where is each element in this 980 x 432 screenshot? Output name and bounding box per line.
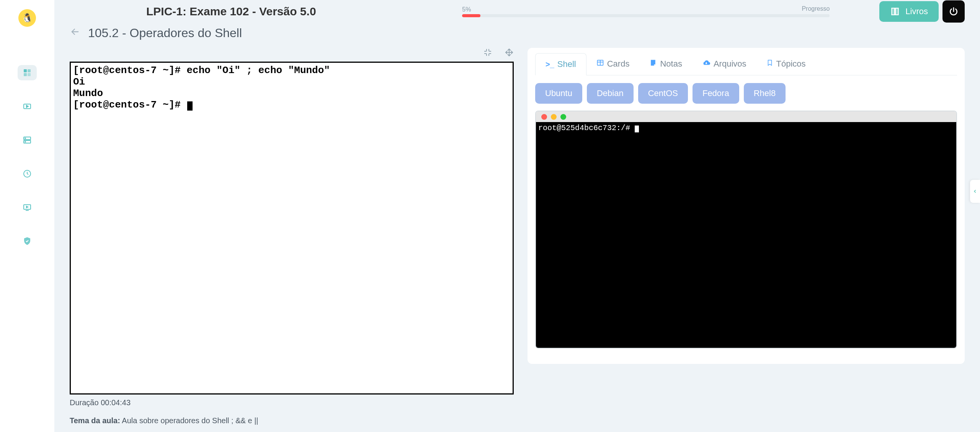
tab-topicos[interactable]: Tópicos (756, 53, 816, 75)
move-icon (505, 48, 514, 57)
terminal-icon: >_ (546, 60, 554, 69)
tab-label: Cards (607, 59, 630, 69)
logo[interactable]: 🐧 (18, 9, 36, 27)
note-icon (649, 59, 657, 68)
side-panel-column: >_ Shell Cards Notas (528, 48, 965, 425)
video-player[interactable]: [root@centos-7 ~]# echo "Oi" ; echo "Mun… (70, 62, 514, 395)
sidebar-nav (18, 65, 37, 249)
distro-row: Ubuntu Debian CentOS Fedora Rhel8 (535, 83, 957, 104)
minimize-dot-icon[interactable] (551, 114, 557, 120)
tab-notas[interactable]: Notas (639, 53, 692, 75)
terminal-body[interactable]: root@525d4bc6c732:/# (536, 122, 956, 348)
compress-icon (483, 48, 492, 57)
nav-certified[interactable] (18, 233, 37, 249)
tab-label: Notas (660, 59, 682, 69)
embedded-terminal: root@525d4bc6c732:/# (535, 111, 957, 349)
distro-rhel8-button[interactable]: Rhel8 (744, 83, 786, 104)
duration-value: 00:04:43 (101, 398, 131, 407)
distro-ubuntu-button[interactable]: Ubuntu (535, 83, 582, 104)
content-columns: [root@centos-7 ~]# echo "Oi" ; echo "Mun… (54, 48, 980, 425)
chevron-left-icon (972, 189, 978, 194)
sidebar: 🐧 (0, 0, 54, 432)
progress-fill (462, 14, 480, 17)
svg-point-9 (25, 142, 26, 142)
svg-rect-0 (24, 69, 27, 72)
nav-history[interactable] (18, 166, 37, 181)
duration: Duração 00:04:43 (70, 398, 514, 407)
power-button[interactable] (942, 0, 965, 23)
back-button[interactable] (70, 26, 80, 40)
svg-rect-3 (28, 73, 31, 76)
exit-fullscreen-button[interactable] (483, 48, 492, 59)
tab-label: Tópicos (776, 59, 806, 69)
tema-text: Aula sobre operadores do Shell ; && e || (122, 416, 258, 425)
topbar: LPIC-1: Exame 102 - Versão 5.0 5% Progre… (54, 0, 980, 23)
video-column: [root@centos-7 ~]# echo "Oi" ; echo "Mun… (70, 48, 514, 425)
progress: 5% Progresso (462, 6, 830, 17)
clock-icon (23, 169, 32, 178)
cloud-download-icon (702, 59, 710, 69)
video-controls (70, 48, 514, 59)
top-actions: Livros (879, 0, 965, 23)
nav-slides[interactable] (18, 200, 37, 215)
progress-label: Progresso (802, 5, 830, 12)
main: LPIC-1: Exame 102 - Versão 5.0 5% Progre… (54, 0, 980, 432)
arrow-left-icon (70, 26, 80, 37)
svg-rect-2 (24, 73, 27, 76)
server-icon (23, 135, 32, 145)
tab-label: Shell (557, 59, 576, 69)
course-title: LPIC-1: Exame 102 - Versão 5.0 (146, 5, 316, 18)
duration-label: Duração (70, 398, 99, 407)
tab-shell[interactable]: >_ Shell (535, 53, 586, 75)
distro-fedora-button[interactable]: Fedora (693, 83, 739, 104)
progress-percent: 5% (462, 6, 830, 13)
nav-servers[interactable] (18, 132, 37, 148)
cursor-icon (187, 101, 193, 111)
expand-panel-button[interactable] (970, 180, 980, 203)
nav-dashboard[interactable] (18, 65, 37, 80)
nav-video[interactable] (18, 99, 37, 114)
close-dot-icon[interactable] (541, 114, 547, 120)
distro-centos-button[interactable]: CentOS (638, 83, 688, 104)
bookmark-icon (766, 59, 773, 68)
svg-marker-5 (26, 105, 28, 108)
progress-bar (462, 14, 830, 17)
lesson-header: 105.2 - Operadores do Shell (54, 23, 980, 48)
books-button[interactable]: Livros (879, 1, 939, 22)
tema-label: Tema da aula: (70, 416, 120, 425)
distro-debian-button[interactable]: Debian (587, 83, 634, 104)
shield-check-icon (23, 236, 32, 246)
play-icon (23, 102, 32, 111)
move-button[interactable] (505, 48, 514, 59)
svg-point-8 (25, 138, 26, 139)
tab-cards[interactable]: Cards (586, 53, 640, 75)
books-button-label: Livros (905, 7, 928, 16)
power-icon (949, 7, 959, 16)
book-icon (890, 7, 900, 16)
video-terminal-text: [root@centos-7 ~]# echo "Oi" ; echo "Mun… (73, 65, 330, 111)
tab-arquivos[interactable]: Arquivos (692, 53, 756, 75)
tab-label: Arquivos (714, 59, 746, 69)
terminal-titlebar (536, 111, 956, 122)
terminal-prompt: root@525d4bc6c732:/# (538, 124, 635, 132)
lesson-topic: Tema da aula: Aula sobre operadores do S… (70, 416, 514, 425)
panel-tabs: >_ Shell Cards Notas (535, 53, 957, 75)
table-icon (596, 59, 604, 68)
presentation-icon (23, 203, 32, 212)
lesson-title: 105.2 - Operadores do Shell (88, 26, 242, 40)
maximize-dot-icon[interactable] (560, 114, 566, 120)
side-panel: >_ Shell Cards Notas (528, 48, 965, 364)
cursor-icon (635, 126, 639, 132)
grid-icon (23, 68, 32, 77)
svg-marker-12 (26, 206, 28, 208)
svg-rect-1 (28, 69, 31, 72)
